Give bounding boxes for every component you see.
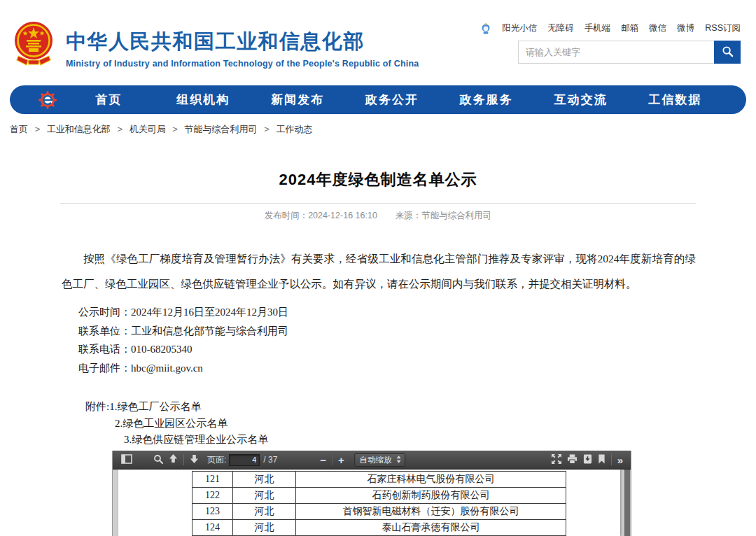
cell-no: 121	[192, 472, 233, 488]
presentation-mode-button[interactable]	[549, 452, 564, 467]
more-tools-button[interactable]: »	[615, 452, 625, 467]
publish-time-label: 发布时间：	[265, 211, 309, 220]
page-up-icon	[169, 454, 178, 465]
contact-unit: 联系单位：工业和信息化部节能与综合利用司	[78, 322, 288, 341]
breadcrumb-item-work-news[interactable]: 工作动态	[276, 124, 312, 134]
cell-company: 石药创新制药股份有限公司	[296, 488, 566, 504]
cell-company: 泰山石膏承德有限公司	[296, 520, 566, 536]
cell-province: 河北	[233, 472, 296, 488]
cell-company: 石家庄科林电气股份有限公司	[296, 472, 566, 488]
breadcrumb-separator: >	[35, 124, 41, 134]
quick-links: 阳光小信 无障碍 手机端 邮箱 微信 微博 RSS订阅	[480, 22, 741, 34]
bookmark-button[interactable]	[595, 452, 608, 467]
toolbar-divider	[183, 454, 184, 465]
pdf-content-area: 121 河北 石家庄科林电气股份有限公司 122 河北 石药创新制药股份有限公司…	[113, 470, 631, 536]
miit-gear-logo-icon[interactable]	[38, 90, 57, 110]
quick-link-rss[interactable]: RSS订阅	[705, 22, 741, 34]
attachment-item-green-supply-chain: 3.绿色供应链管理企业公示名单	[124, 432, 268, 449]
cell-company: 首钢智新电磁材料（迁安）股份有限公司	[296, 504, 566, 520]
breadcrumb-separator: >	[172, 124, 178, 134]
nav-item-miit-data[interactable]: 工信数据	[628, 92, 722, 108]
find-icon	[153, 454, 163, 466]
site-title-block: 中华人民共和国工业和信息化部 Ministry of Industry and …	[66, 28, 419, 69]
quick-link-mail[interactable]: 邮箱	[621, 22, 638, 34]
publish-time-value: 2024-12-16 16:10	[308, 211, 377, 220]
next-page-button[interactable]	[187, 452, 202, 467]
title-divider	[60, 203, 696, 204]
breadcrumb-item-energy-dept[interactable]: 节能与综合利用司	[185, 124, 258, 134]
nav-item-home[interactable]: 首页	[62, 92, 156, 108]
contact-phone: 联系电话：010-68205340	[78, 340, 288, 359]
nav-item-gov-disclosure[interactable]: 政务公开	[345, 92, 440, 108]
site-title: 中华人民共和国工业和信息化部	[66, 28, 419, 56]
zoom-mode-value: 自动缩放	[360, 455, 392, 465]
page-down-icon	[190, 454, 199, 465]
toolbar-divider	[332, 454, 332, 465]
toolbar-divider	[611, 454, 612, 465]
pdf-toolbar: 页面: / 37 − + 自动缩放	[113, 451, 631, 470]
page-title: 2024年度绿色制造名单公示	[0, 169, 756, 190]
pdf-scrollbar[interactable]	[624, 470, 631, 536]
table-row: 123 河北 首钢智新电磁材料（迁安）股份有限公司	[192, 504, 566, 520]
quick-link-accessibility[interactable]: 无障碍	[547, 22, 574, 34]
source-label: 来源：	[396, 211, 422, 220]
breadcrumb-item-home[interactable]: 首页	[10, 124, 28, 134]
attachment-item-green-factory: 附件:1.绿色工厂公示名单	[85, 399, 268, 416]
miit-page: 中华人民共和国工业和信息化部 Ministry of Industry and …	[0, 0, 756, 536]
pdf-scrollbar-thumb[interactable]	[624, 470, 630, 536]
breadcrumb-separator: >	[264, 124, 270, 134]
presentation-mode-icon	[552, 454, 561, 466]
breadcrumb-item-miit[interactable]: 工业和信息化部	[47, 124, 111, 134]
cell-province: 河北	[233, 504, 296, 520]
nav-item-news[interactable]: 新闻发布	[251, 92, 345, 108]
xiaoxin-mascot-icon	[480, 23, 491, 34]
bookmark-icon	[598, 454, 606, 466]
contact-info: 公示时间：2024年12月16日至2024年12月30日 联系单位：工业和信息化…	[78, 303, 288, 377]
table-row: 124 河北 泰山石膏承德有限公司	[192, 520, 566, 536]
quick-link-weibo[interactable]: 微博	[677, 22, 694, 34]
nav-item-gov-services[interactable]: 政务服务	[439, 92, 533, 108]
breadcrumb: 首页 > 工业和信息化部 > 机关司局 > 节能与综合利用司 > 工作动态	[10, 123, 312, 136]
site-subtitle: Ministry of Industry and Information Tec…	[66, 59, 419, 69]
article-paragraph: 按照《绿色工厂梯度培育及管理暂行办法》有关要求，经省级工业和信息化主管部门推荐及…	[62, 246, 696, 297]
sidebar-toggle-icon	[121, 454, 132, 466]
page-number-input[interactable]	[229, 454, 260, 466]
toolbar-right-group: »	[549, 452, 625, 467]
national-emblem-logo	[11, 20, 56, 66]
zoom-mode-select[interactable]: 自动缩放	[354, 453, 405, 467]
previous-page-button[interactable]	[166, 452, 181, 467]
site-search	[518, 41, 741, 64]
find-button[interactable]	[150, 452, 166, 467]
search-input[interactable]	[519, 41, 714, 63]
sidebar-toggle-button[interactable]	[118, 452, 135, 467]
breadcrumb-item-departments[interactable]: 机关司局	[130, 124, 166, 134]
breadcrumb-separator: >	[117, 124, 122, 134]
download-icon	[583, 454, 592, 466]
search-button[interactable]	[714, 41, 741, 64]
page-total: / 37	[263, 455, 277, 465]
table-row: 121 河北 石家庄科林电气股份有限公司	[192, 472, 566, 488]
cell-no: 124	[192, 520, 233, 536]
public-notice-period: 公示时间：2024年12月16日至2024年12月30日	[78, 303, 288, 322]
select-spinner-icon	[396, 456, 401, 465]
main-nav: 首页 组织机构 新闻发布 政务公开 政务服务 互动交流 工信数据	[10, 85, 746, 114]
print-button[interactable]	[564, 452, 580, 467]
zoom-out-button[interactable]: −	[317, 452, 329, 467]
nav-item-organization[interactable]: 组织机构	[156, 92, 251, 108]
quick-link-wechat[interactable]: 微信	[649, 22, 666, 34]
nav-item-interaction[interactable]: 互动交流	[533, 92, 628, 108]
table-row: 122 河北 石药创新制药股份有限公司	[192, 488, 566, 504]
cell-no: 122	[192, 488, 233, 504]
quick-link-sunshine-xiaoxin[interactable]: 阳光小信	[502, 22, 537, 34]
cell-province: 河北	[233, 520, 296, 536]
source-value: 节能与综合利用司	[421, 211, 491, 220]
download-button[interactable]	[580, 452, 595, 467]
article-meta: 发布时间：2024-12-16 16:10来源：节能与综合利用司	[0, 210, 756, 222]
search-icon	[722, 45, 734, 59]
quick-link-mobile[interactable]: 手机端	[584, 22, 611, 34]
print-icon	[567, 454, 578, 466]
zoom-in-button[interactable]: +	[335, 452, 347, 467]
zoom-controls: − + 自动缩放	[317, 452, 405, 467]
cell-no: 123	[192, 504, 233, 520]
attachment-item-green-industrial-park: 2.绿色工业园区公示名单	[115, 416, 268, 432]
